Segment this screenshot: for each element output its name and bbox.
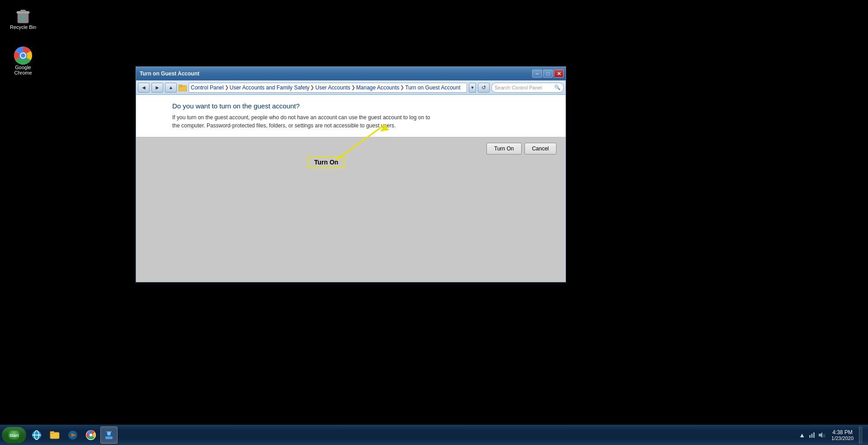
taskbar-icons bbox=[28, 426, 118, 444]
svg-rect-9 bbox=[179, 85, 182, 87]
start-orb: Start bbox=[7, 431, 21, 440]
annotation-container: Turn On bbox=[308, 156, 344, 168]
breadcrumb-accounts-safety: User Accounts and Family Safety bbox=[230, 84, 310, 91]
svg-rect-28 bbox=[106, 431, 112, 432]
svg-text:)))): )))) bbox=[823, 434, 826, 437]
folder-icon bbox=[179, 84, 187, 91]
svg-marker-11 bbox=[380, 125, 389, 131]
svg-rect-2 bbox=[20, 10, 26, 12]
search-box[interactable]: Search Control Panel 🔍 bbox=[491, 83, 564, 93]
ie-icon bbox=[31, 430, 42, 440]
buttons-row: Turn On Cancel bbox=[486, 143, 557, 155]
start-button[interactable]: Start bbox=[2, 427, 26, 443]
system-tray: ▲ )))) 4:38 PM 1/23/2020 bbox=[794, 426, 866, 444]
window-content: Do you want to turn on the guest account… bbox=[136, 95, 566, 282]
svg-line-10 bbox=[335, 125, 385, 161]
show-desktop-button[interactable] bbox=[859, 426, 863, 444]
search-placeholder: Search Control Panel bbox=[495, 85, 542, 90]
maximize-button[interactable]: □ bbox=[543, 70, 553, 78]
refresh-button[interactable]: ↺ bbox=[478, 83, 490, 93]
desktop-icon-chrome[interactable]: Google Chrome bbox=[5, 45, 42, 77]
desktop: ♻ Recycle Bin Google Chrome Turn on Gues… bbox=[0, 0, 868, 425]
svg-point-24 bbox=[90, 434, 92, 436]
svg-point-26 bbox=[107, 432, 111, 436]
recycle-bin-label: Recycle Bin bbox=[10, 24, 36, 30]
content-heading: Do you want to turn on the guest account… bbox=[172, 102, 555, 110]
control-panel-window: Turn on Guest Account – □ ✕ ◄ ► ▲ Contro… bbox=[136, 66, 566, 282]
taskbar: Start bbox=[0, 425, 868, 445]
address-path[interactable]: Control Panel ❯ User Accounts and Family… bbox=[189, 83, 467, 93]
up-button[interactable]: ▲ bbox=[165, 83, 177, 93]
svg-rect-30 bbox=[811, 434, 813, 438]
address-dropdown[interactable]: ▼ bbox=[469, 83, 476, 93]
svg-point-21 bbox=[71, 434, 74, 436]
media-icon bbox=[67, 430, 78, 440]
recycle-bin-icon: ♻ bbox=[14, 6, 32, 24]
window-controls: – □ ✕ bbox=[532, 70, 564, 78]
taskbar-icon-ie[interactable] bbox=[28, 426, 45, 444]
turn-on-button[interactable]: Turn On bbox=[486, 143, 522, 155]
minimize-button[interactable]: – bbox=[532, 70, 542, 78]
breadcrumb-manage-accounts: Manage Accounts bbox=[356, 84, 399, 91]
annotation-arrow bbox=[335, 120, 394, 161]
taskbar-icon-explorer[interactable] bbox=[46, 426, 63, 444]
svg-rect-27 bbox=[105, 436, 113, 439]
clock[interactable]: 4:38 PM 1/23/2020 bbox=[828, 426, 857, 444]
tray-volume-icon[interactable]: )))) bbox=[818, 426, 826, 444]
close-button[interactable]: ✕ bbox=[554, 70, 564, 78]
window-title: Turn on Guest Account bbox=[140, 70, 199, 77]
taskbar-icon-manage[interactable] bbox=[100, 426, 118, 444]
svg-text:♻: ♻ bbox=[20, 15, 25, 21]
chrome-icon bbox=[14, 47, 32, 65]
taskbar-icon-chrome[interactable] bbox=[82, 426, 99, 444]
forward-button[interactable]: ► bbox=[151, 83, 163, 93]
address-bar: ◄ ► ▲ Control Panel ❯ User Accounts and … bbox=[136, 80, 566, 95]
tray-network-icon[interactable] bbox=[808, 426, 816, 444]
clock-time: 4:38 PM bbox=[832, 429, 853, 436]
svg-rect-18 bbox=[50, 431, 54, 433]
network-icon bbox=[808, 431, 816, 439]
content-body: Turn On Cancel Turn On bbox=[136, 137, 566, 282]
search-icon: 🔍 bbox=[554, 84, 561, 90]
chrome-label: Google Chrome bbox=[6, 65, 40, 75]
explorer-icon bbox=[49, 430, 60, 440]
volume-icon: )))) bbox=[818, 431, 826, 439]
breadcrumb-control-panel: Control Panel bbox=[191, 84, 224, 91]
svg-marker-32 bbox=[819, 432, 822, 438]
taskbar-icon-media[interactable] bbox=[64, 426, 81, 444]
cancel-button[interactable]: Cancel bbox=[524, 143, 557, 155]
svg-rect-29 bbox=[809, 435, 811, 438]
breadcrumb-user-accounts: User Accounts bbox=[315, 84, 350, 91]
clock-date: 1/23/2020 bbox=[831, 436, 854, 441]
back-button[interactable]: ◄ bbox=[138, 83, 150, 93]
svg-rect-31 bbox=[813, 432, 815, 438]
chrome-taskbar-icon bbox=[85, 430, 96, 440]
breadcrumb-turn-on-guest: Turn on Guest Account bbox=[405, 84, 460, 91]
svg-point-7 bbox=[21, 53, 25, 58]
desktop-icon-recycle-bin[interactable]: ♻ Recycle Bin bbox=[5, 5, 42, 32]
manage-icon bbox=[104, 430, 114, 440]
window-titlebar: Turn on Guest Account – □ ✕ bbox=[136, 67, 566, 80]
svg-text:Start: Start bbox=[9, 433, 19, 438]
tray-hide-button[interactable]: ▲ bbox=[798, 426, 806, 444]
